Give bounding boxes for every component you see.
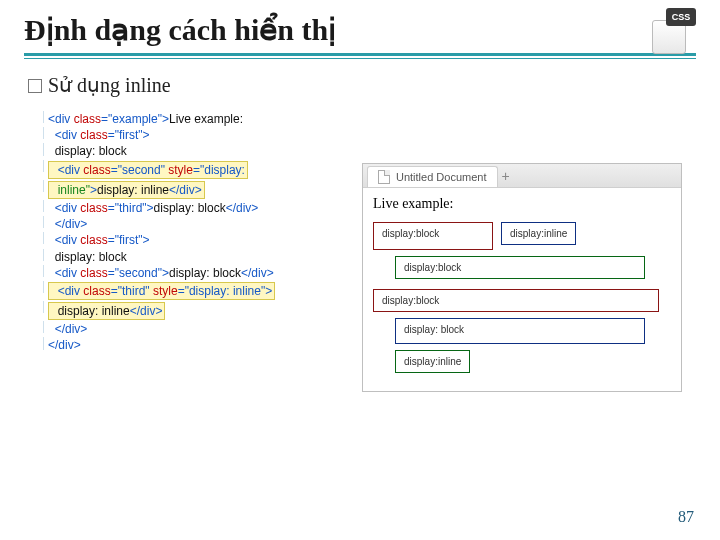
box-third-1: display:block (395, 256, 645, 279)
browser-preview: Untitled Document + Live example: displa… (362, 163, 682, 392)
live-example-label: Live example: (373, 196, 671, 212)
preview-page: Live example: display:block display:inli… (363, 188, 681, 391)
example-group-1: display:block display:inline display:blo… (373, 222, 671, 279)
page-title: Định dạng cách hiển thị (24, 12, 696, 47)
file-icon (378, 170, 390, 184)
css-file-icon: CSS (648, 8, 696, 56)
example-group-2: display:block display: block display:inl… (373, 289, 671, 379)
code-line: display: block (26, 249, 344, 265)
box-first-2: display:block (373, 289, 659, 312)
code-line: <div class="second">display: block</div> (26, 265, 344, 281)
box-third-inline: display:inline (395, 350, 470, 373)
tab-bar: Untitled Document + (363, 164, 681, 188)
bullet-icon (28, 79, 42, 93)
code-line: display: inline</div> (26, 301, 344, 321)
box-second-2: display: block (395, 318, 645, 344)
code-line: </div> (26, 337, 344, 353)
code-line: </div> (26, 321, 344, 337)
code-block: <div class="example">Live example: <div … (24, 109, 344, 356)
css-badge: CSS (666, 8, 696, 26)
browser-tab[interactable]: Untitled Document (367, 166, 498, 187)
code-line: display: block (26, 143, 344, 159)
tab-title: Untitled Document (396, 171, 487, 183)
subtitle: Sử dụng inline (28, 73, 696, 97)
code-line: </div> (26, 216, 344, 232)
code-line: <div class="third" style="display: inlin… (26, 281, 344, 301)
box-first-1: display:block (373, 222, 493, 250)
code-line: <div class="second" style="display: (26, 160, 344, 180)
code-line: inline">display: inline</div> (26, 180, 344, 200)
title-rule-thick (24, 53, 696, 56)
new-tab-button[interactable]: + (502, 168, 510, 187)
code-line: <div class="example">Live example: (26, 111, 344, 127)
subtitle-text: Sử dụng inline (48, 74, 171, 96)
page-number: 87 (678, 508, 694, 526)
box-second-inline: display:inline (501, 222, 576, 245)
title-rule-thin (24, 58, 696, 59)
code-line: <div class="third">display: block</div> (26, 200, 344, 216)
code-line: <div class="first"> (26, 232, 344, 248)
code-line: <div class="first"> (26, 127, 344, 143)
